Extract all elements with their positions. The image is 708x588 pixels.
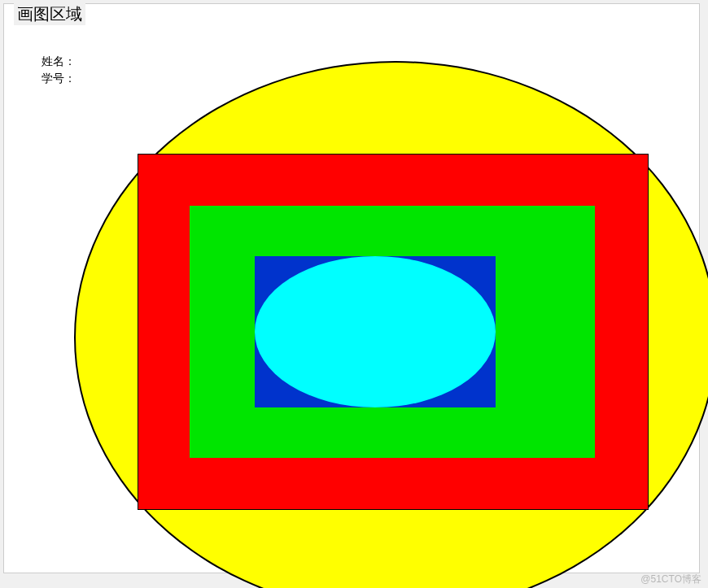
cyan-ellipse-shape [255, 256, 496, 407]
name-label: 姓名： [42, 53, 76, 70]
id-label: 学号： [42, 70, 76, 87]
shapes-canvas [4, 4, 699, 573]
drawing-panel: 画图区域 姓名： 学号： [3, 3, 700, 573]
watermark-text: @51CTO博客 [640, 573, 701, 586]
info-block: 姓名： 学号： [42, 53, 76, 87]
panel-title: 画图区域 [14, 3, 85, 25]
